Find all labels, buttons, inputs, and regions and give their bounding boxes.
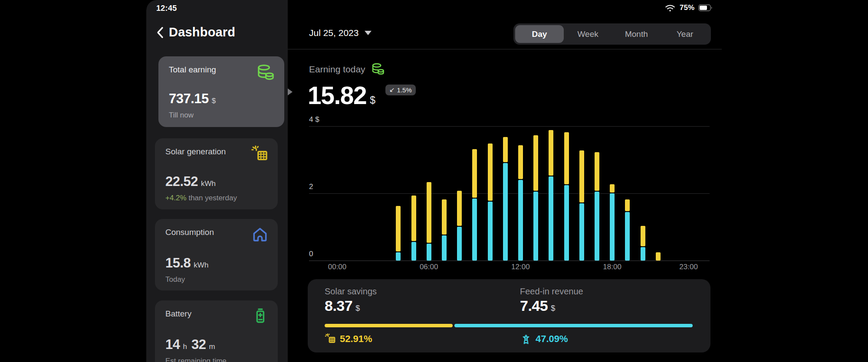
card-battery[interactable]: Battery 14 h 32 m Est remaining time [155, 300, 278, 362]
page-title: Dashboard [169, 25, 235, 39]
range-tabs: DayWeekMonthYear [513, 23, 711, 45]
bar-solar-21:00[interactable] [656, 252, 661, 261]
bar-solar-17:00[interactable] [595, 152, 599, 191]
tab-day[interactable]: Day [515, 25, 564, 43]
bar-feed-in-12:00[interactable] [518, 180, 523, 261]
card-subtitle: Till now [169, 111, 194, 120]
bar-solar-19:00[interactable] [625, 199, 630, 211]
bar-solar-13:00[interactable] [533, 135, 538, 191]
bar-solar-20:00[interactable] [641, 226, 645, 246]
card-unit-minutes: m [209, 342, 215, 351]
card-value: 22.52 kWh [165, 174, 220, 189]
bar-solar-14:00[interactable] [549, 130, 553, 176]
bar-feed-in-05:00[interactable] [411, 242, 416, 261]
date-selector[interactable]: Jul 25, 2023 [309, 28, 372, 38]
back-nav: Dashboard [156, 25, 235, 39]
card-subtitle: +4.2% than yesterday [165, 194, 237, 202]
back-chevron-icon[interactable] [156, 26, 164, 39]
coins-icon [371, 62, 385, 77]
card-value-minutes: 32 [191, 337, 206, 352]
bar-solar-10:00[interactable] [488, 143, 493, 201]
feed-in-revenue-unit: $ [551, 304, 555, 313]
delta-value: +4.2% [165, 194, 187, 202]
battery-charge-icon [251, 307, 269, 325]
summary-panel: Solar savings 8.37 $ Feed-in revenue 7.4… [308, 279, 710, 352]
feed-in-revenue-label: Feed-in revenue [520, 287, 583, 297]
bar-solar-15:00[interactable] [564, 132, 569, 184]
status-cluster: 75% [664, 3, 713, 12]
bar-solar-18:00[interactable] [610, 184, 615, 192]
feed-in-revenue-progress-bar [454, 324, 693, 327]
bar-feed-in-08:00[interactable] [457, 227, 462, 261]
solar-savings-percent: 52.91% [340, 333, 372, 345]
card-value-number: 22.52 [165, 174, 198, 189]
bar-feed-in-11:00[interactable] [503, 163, 508, 261]
earning-label: Earning today [309, 64, 365, 75]
card-title: Battery [165, 309, 191, 319]
feed-in-percent: 47.09% [536, 333, 568, 345]
bar-solar-08:00[interactable] [457, 191, 462, 226]
solar-panel-icon [325, 333, 336, 345]
bar-feed-in-09:00[interactable] [472, 199, 477, 261]
bar-feed-in-20:00[interactable] [641, 247, 645, 261]
card-title: Solar generation [165, 147, 226, 157]
bar-solar-07:00[interactable] [442, 199, 447, 235]
bar-feed-in-14:00[interactable] [549, 176, 553, 261]
bar-feed-in-18:00[interactable] [610, 193, 615, 261]
bar-solar-04:00[interactable] [396, 206, 401, 251]
selected-card-pointer-icon [288, 88, 293, 95]
bar-feed-in-06:00[interactable] [427, 244, 431, 261]
x-axis-tick-label: 06:00 [414, 263, 444, 271]
header-divider [288, 49, 722, 49]
y-axis-tick-label: 4 $ [309, 115, 319, 124]
coins-icon [256, 63, 276, 83]
solar-savings-number: 8.37 [325, 297, 352, 314]
card-value: 15.8 kWh [165, 255, 213, 271]
card-title: Total earning [169, 65, 216, 75]
bar-feed-in-04:00[interactable] [396, 252, 401, 261]
card-total-earning[interactable]: Total earning 737.15 $ Till now [158, 56, 284, 127]
x-axis-tick-label: 12:00 [505, 263, 536, 271]
solar-savings-value: 8.37 $ [325, 297, 360, 314]
bar-feed-in-19:00[interactable] [625, 212, 630, 261]
gridline-2 [309, 193, 710, 194]
card-subtitle: Est remaining time [165, 357, 227, 362]
tab-week[interactable]: Week [564, 25, 612, 43]
bar-feed-in-17:00[interactable] [595, 192, 599, 261]
trend-badge: ↙ 1.5% [385, 85, 416, 95]
solar-panel-icon [251, 145, 269, 163]
card-value-hours: 14 [165, 337, 180, 352]
chevron-down-icon [365, 31, 372, 35]
card-value-unit: kWh [194, 261, 208, 270]
bar-solar-09:00[interactable] [472, 149, 477, 198]
card-consumption[interactable]: Consumption 15.8 kWh Today [155, 219, 278, 290]
bar-feed-in-16:00[interactable] [579, 203, 584, 261]
bar-feed-in-10:00[interactable] [488, 202, 493, 261]
tab-month[interactable]: Month [612, 25, 661, 43]
solar-savings-unit: $ [355, 304, 360, 313]
bar-solar-05:00[interactable] [411, 196, 416, 241]
feed-in-revenue-number: 7.45 [520, 297, 548, 314]
tab-year[interactable]: Year [661, 25, 709, 43]
earning-unit: $ [370, 95, 375, 106]
bar-feed-in-13:00[interactable] [533, 192, 538, 261]
card-value: 14 h 32 m [165, 337, 220, 352]
solar-savings-label: Solar savings [325, 287, 377, 297]
card-solar-generation[interactable]: Solar generation 22.52 kWh +4.2% than ye… [155, 138, 278, 209]
bar-feed-in-15:00[interactable] [564, 185, 569, 261]
card-value-unit: kWh [201, 179, 216, 188]
bar-solar-11:00[interactable] [503, 137, 508, 162]
feed-in-revenue-value: 7.45 $ [520, 297, 555, 314]
feed-in-percent-row: 47.09% [520, 333, 568, 345]
bar-solar-12:00[interactable] [518, 145, 523, 179]
card-value-number: 737.15 [169, 91, 209, 107]
card-value-unit: $ [212, 97, 216, 105]
status-time: 12:45 [156, 4, 177, 13]
x-axis-tick-label: 00:00 [322, 263, 352, 271]
wifi-icon [664, 3, 676, 12]
gridline-0 [309, 261, 710, 261]
bar-solar-06:00[interactable] [427, 182, 431, 243]
earning-number: 15.82 [308, 83, 366, 108]
bar-solar-16:00[interactable] [579, 150, 584, 202]
bar-feed-in-07:00[interactable] [442, 235, 447, 261]
